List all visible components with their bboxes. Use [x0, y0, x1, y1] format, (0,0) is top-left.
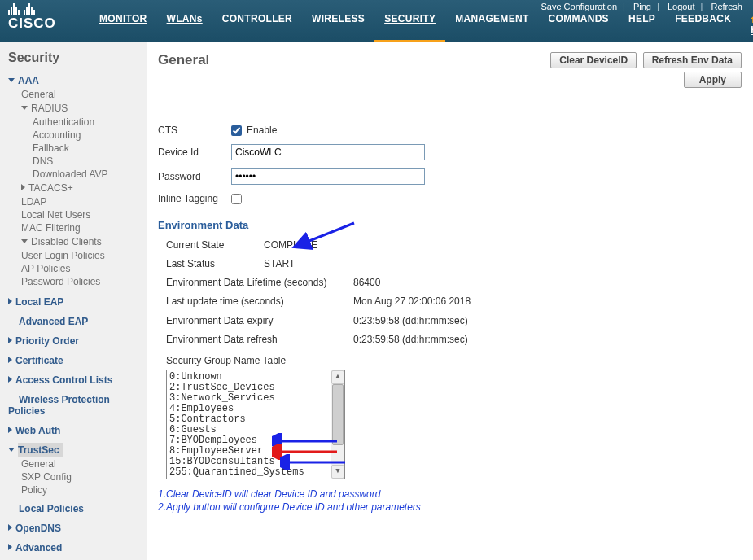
sidebar-adveap[interactable]: Advanced EAP: [8, 314, 142, 329]
note-1: 1.Clear DeviceID will clear Device ID an…: [158, 488, 742, 501]
sidebar-radius[interactable]: RADIUS: [8, 101, 142, 116]
sidebar-radius-dlavp[interactable]: Downloaded AVP: [8, 168, 142, 181]
note-2: 2.Apply button will configure Device ID …: [158, 501, 742, 514]
lifetime-value: 86400: [353, 277, 380, 288]
nav-feedback[interactable]: FEEDBACK: [665, 6, 741, 42]
scroll-up-icon[interactable]: ▲: [331, 370, 344, 384]
sidebar-acl[interactable]: Access Control Lists: [8, 373, 142, 387]
sidebar-userlogin[interactable]: User Login Policies: [8, 249, 142, 262]
sidebar-webauth[interactable]: Web Auth: [8, 423, 142, 438]
lastupd-value: Mon Aug 27 02:00:06 2018: [353, 295, 471, 307]
sidebar-radius-acct[interactable]: Accounting: [8, 129, 142, 142]
sidebar-radius-fallback[interactable]: Fallback: [8, 142, 142, 155]
sidebar-aaa[interactable]: AAA: [8, 73, 142, 88]
cts-label: CTS: [158, 125, 231, 136]
apply-button[interactable]: Apply: [684, 72, 742, 88]
sidebar-title: Security: [8, 50, 142, 65]
deviceid-label: Device Id: [158, 147, 231, 158]
footer-notes: 1.Clear DeviceID will clear Device ID an…: [158, 488, 742, 514]
sidebar-macfilter[interactable]: MAC Filtering: [8, 221, 142, 234]
nav-home[interactable]: Home: [741, 6, 753, 42]
password-input[interactable]: [231, 168, 425, 185]
nav-wlans[interactable]: WLANs: [157, 6, 212, 42]
sidebar-ts-general[interactable]: General: [8, 457, 142, 470]
lifetime-label: Environment Data Lifetime (seconds): [166, 277, 337, 288]
nav-controller[interactable]: CONTROLLER: [212, 6, 302, 42]
nav-wireless[interactable]: WIRELESS: [302, 6, 374, 42]
sidebar-radius-dns[interactable]: DNS: [8, 155, 142, 168]
sidebar-trustsec[interactable]: TrustSec: [18, 443, 63, 457]
sidebar-ldap[interactable]: LDAP: [8, 195, 142, 208]
inline-tagging-label: Inline Tagging: [158, 193, 231, 204]
inline-tagging-checkbox[interactable]: [231, 194, 242, 204]
sidebar-ts-policy[interactable]: Policy: [8, 483, 142, 497]
cts-form: CTS Enable Device Id Password Inline Tag…: [158, 125, 742, 204]
sidebar-opendns[interactable]: OpenDNS: [8, 521, 142, 536]
sidebar-localpol[interactable]: Local Policies: [8, 501, 142, 516]
scroll-thumb[interactable]: [332, 384, 344, 445]
content: General Clear DeviceID Refresh Env Data …: [147, 42, 753, 560]
cts-enable-text: Enable: [247, 125, 277, 136]
sidebar-appol[interactable]: AP Policies: [8, 262, 142, 275]
sidebar: Security AAA General RADIUS Authenticati…: [0, 42, 147, 560]
security-group-table[interactable]: 0:Unknown2:TrustSec_Devices3:Network_Ser…: [166, 370, 345, 479]
refresh-env-button[interactable]: Refresh Env Data: [643, 52, 742, 68]
env-data-grid: Current StateCOMPLETE Last StatusSTART E…: [166, 239, 742, 479]
last-status-label: Last Status: [166, 258, 264, 269]
nav-commands[interactable]: COMMANDS: [539, 6, 619, 42]
sidebar-wpp[interactable]: Wireless Protection Policies: [8, 392, 142, 418]
nav-management[interactable]: MANAGEMENT: [445, 6, 538, 42]
sidebar-tacacs[interactable]: TACACS+: [8, 181, 142, 195]
sgt-label: Security Group Name Table: [166, 355, 742, 366]
lastupd-label: Last update time (seconds): [166, 295, 337, 307]
sidebar-localeap[interactable]: Local EAP: [8, 295, 142, 309]
main-nav: MONITOR WLANs CONTROLLER WIRELESS SECURI…: [90, 6, 753, 42]
sidebar-cert[interactable]: Certificate: [8, 353, 142, 368]
sidebar-aaa-general[interactable]: General: [8, 88, 142, 101]
cisco-logo: CISCO: [8, 3, 56, 32]
sidebar-localnet[interactable]: Local Net Users: [8, 208, 142, 221]
password-label: Password: [158, 171, 231, 182]
sidebar-priorder[interactable]: Priority Order: [8, 334, 142, 348]
refresh-value: 0:23:59:58 (dd:hr:mm:sec): [353, 334, 468, 345]
last-status-value: START: [264, 258, 295, 269]
scroll-down-icon[interactable]: ▼: [331, 465, 344, 479]
nav-security[interactable]: SECURITY: [374, 6, 445, 42]
nav-help[interactable]: HELP: [619, 6, 665, 42]
expiry-value: 0:23:59:58 (dd:hr:mm:sec): [353, 315, 468, 326]
sidebar-advanced[interactable]: Advanced: [8, 540, 142, 555]
cts-enable-checkbox[interactable]: [231, 125, 242, 136]
refresh-label: Environment Data refresh: [166, 334, 337, 345]
clear-deviceid-button[interactable]: Clear DeviceID: [550, 52, 637, 68]
current-state-value: COMPLETE: [264, 239, 317, 251]
sidebar-ts-sxp[interactable]: SXP Config: [8, 470, 142, 483]
sidebar-disabled[interactable]: Disabled Clients: [8, 234, 142, 249]
sgt-row[interactable]: 255:Quarantined_Systems: [169, 467, 344, 478]
top-bar: Save Configuration| Ping| Logout| Refres…: [0, 0, 753, 42]
sidebar-pwdpol[interactable]: Password Policies: [8, 275, 142, 288]
deviceid-input[interactable]: [231, 144, 425, 160]
current-state-label: Current State: [166, 239, 264, 251]
env-data-heading: Environment Data: [158, 219, 742, 231]
expiry-label: Environment Data expiry: [166, 315, 337, 326]
nav-monitor[interactable]: MONITOR: [90, 6, 157, 42]
sgt-scrollbar[interactable]: ▲ ▼: [331, 370, 344, 479]
page-title: General: [158, 52, 209, 68]
sidebar-radius-auth[interactable]: Authentication: [8, 116, 142, 129]
